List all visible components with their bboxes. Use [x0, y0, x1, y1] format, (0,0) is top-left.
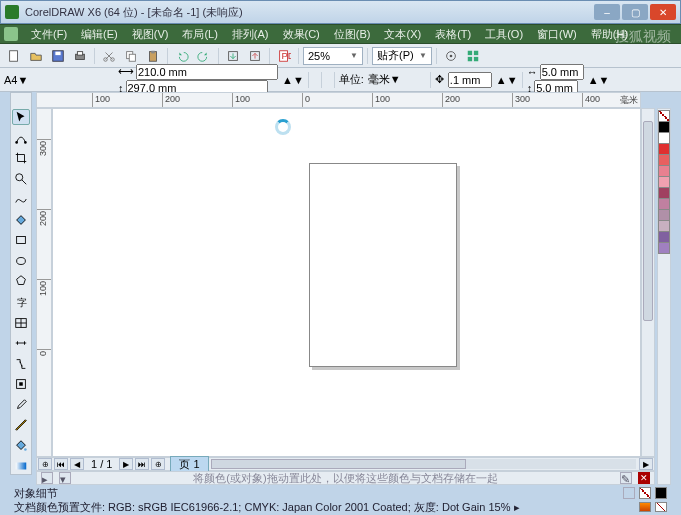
- snap-combo[interactable]: 贴齐(P)▼: [372, 47, 432, 65]
- menu-text[interactable]: 文本(X): [377, 27, 428, 42]
- page-width-input[interactable]: [136, 64, 278, 80]
- connector-tool[interactable]: [12, 356, 30, 372]
- nudge-input[interactable]: [448, 72, 492, 88]
- prev-page-button[interactable]: ◀: [70, 458, 84, 470]
- dimension-tool[interactable]: [12, 335, 30, 351]
- polygon-tool[interactable]: [12, 274, 30, 290]
- scrollbar-thumb[interactable]: [643, 121, 653, 321]
- zoom-tool[interactable]: [12, 171, 30, 187]
- app-icon: [5, 5, 19, 19]
- svg-rect-29: [17, 237, 26, 244]
- separator: [436, 48, 437, 64]
- redo-button[interactable]: [194, 47, 214, 65]
- window-controls: – ▢ ✕: [594, 4, 676, 20]
- menu-edit[interactable]: 编辑(E): [74, 27, 125, 42]
- save-button[interactable]: [48, 47, 68, 65]
- horizontal-scrollbar[interactable]: [211, 459, 636, 469]
- interactive-tool[interactable]: [12, 376, 30, 392]
- print-button[interactable]: [70, 47, 90, 65]
- svg-rect-0: [10, 50, 18, 61]
- menu-help[interactable]: 帮助(H): [584, 27, 635, 42]
- pick-tool[interactable]: [12, 109, 30, 125]
- freehand-tool[interactable]: [12, 192, 30, 208]
- separator: [522, 72, 523, 88]
- app-menu-icon[interactable]: [4, 27, 18, 41]
- interactive-fill-tool[interactable]: [12, 459, 30, 475]
- eyedropper-tool[interactable]: [12, 397, 30, 413]
- scroll-right-button[interactable]: ▶: [639, 458, 653, 470]
- smart-fill-tool[interactable]: [12, 212, 30, 228]
- copy-button[interactable]: [121, 47, 141, 65]
- rectangle-tool[interactable]: [12, 233, 30, 249]
- svg-point-28: [16, 174, 23, 181]
- ellipse-tool[interactable]: [12, 253, 30, 269]
- separator: [167, 48, 168, 64]
- swatch[interactable]: [658, 242, 670, 254]
- vertical-scrollbar[interactable]: [641, 108, 655, 457]
- eyedropper-icon[interactable]: ✎: [620, 472, 632, 484]
- menu-bitmap[interactable]: 位图(B): [327, 27, 378, 42]
- svg-rect-36: [16, 463, 27, 470]
- separator: [308, 72, 309, 88]
- svg-rect-20: [474, 56, 478, 60]
- cut-button[interactable]: [99, 47, 119, 65]
- close-button[interactable]: ✕: [650, 4, 676, 20]
- menu-table[interactable]: 表格(T): [428, 27, 478, 42]
- dims-spinner[interactable]: ▲▼: [282, 74, 304, 86]
- dup-spinner[interactable]: ▲▼: [588, 74, 610, 86]
- menu-layout[interactable]: 布局(L): [175, 27, 224, 42]
- fill-tool[interactable]: [12, 438, 30, 454]
- dup-x-input[interactable]: [540, 64, 584, 80]
- menu-file[interactable]: 文件(F): [24, 27, 74, 42]
- import-button[interactable]: [223, 47, 243, 65]
- menu-arrange[interactable]: 排列(A): [225, 27, 276, 42]
- toolbox: 字: [10, 92, 32, 475]
- minimize-button[interactable]: –: [594, 4, 620, 20]
- last-page-button[interactable]: ⏭: [135, 458, 149, 470]
- separator: [298, 48, 299, 64]
- svg-point-16: [450, 54, 453, 57]
- status-bar-1: 对象细节: [10, 486, 671, 500]
- swatch-none[interactable]: [658, 110, 670, 122]
- ruler-vertical[interactable]: 300 200 100 0: [36, 108, 52, 457]
- palette-options-button[interactable]: ▾: [59, 472, 71, 484]
- palette-flyout-button[interactable]: ▸: [41, 472, 53, 484]
- scrollbar-thumb[interactable]: [211, 459, 466, 469]
- menu-effects[interactable]: 效果(C): [276, 27, 327, 42]
- maximize-button[interactable]: ▢: [622, 4, 648, 20]
- units-combo[interactable]: 毫米▼: [368, 72, 426, 87]
- crop-tool[interactable]: [12, 151, 30, 167]
- options-button[interactable]: [441, 47, 461, 65]
- page-counter: 1 / 1: [85, 458, 118, 470]
- app-launcher-button[interactable]: [463, 47, 483, 65]
- menu-tools[interactable]: 工具(O): [478, 27, 530, 42]
- menu-view[interactable]: 视图(V): [125, 27, 176, 42]
- export-button[interactable]: [245, 47, 265, 65]
- undo-button[interactable]: [172, 47, 192, 65]
- width-icon: ⟷: [118, 65, 134, 78]
- palette-close-button[interactable]: ✕: [638, 472, 650, 484]
- new-button[interactable]: [4, 47, 24, 65]
- ruler-horizontal[interactable]: 100 200 100 0 100 200 300 400 毫米: [36, 92, 641, 108]
- color-profile-label: 文档颜色预置文件: RGB: sRGB IEC61966-2.1; CMYK: …: [14, 500, 510, 515]
- status-icon: [623, 487, 635, 499]
- zoom-combo[interactable]: 25%▼: [303, 47, 363, 65]
- menu-window[interactable]: 窗口(W): [530, 27, 584, 42]
- first-page-button[interactable]: ⏮: [54, 458, 68, 470]
- status-fill-swatch[interactable]: [639, 502, 651, 512]
- page-preset-combo[interactable]: A4▼: [4, 74, 114, 86]
- add-page-after-button[interactable]: ⊕: [151, 458, 165, 470]
- publish-pdf-button[interactable]: PDF: [274, 47, 294, 65]
- drawing-canvas[interactable]: [52, 108, 641, 457]
- next-page-button[interactable]: ▶: [119, 458, 133, 470]
- add-page-button[interactable]: ⊕: [38, 458, 52, 470]
- open-button[interactable]: [26, 47, 46, 65]
- nudge-spinner[interactable]: ▲▼: [496, 74, 518, 86]
- text-tool[interactable]: 字: [12, 294, 30, 310]
- expand-icon[interactable]: ▸: [514, 501, 520, 514]
- outline-tool[interactable]: [12, 417, 30, 433]
- paste-button[interactable]: [143, 47, 163, 65]
- shape-tool[interactable]: [12, 130, 30, 146]
- status-outline-swatch[interactable]: [655, 502, 667, 512]
- table-tool[interactable]: [12, 315, 30, 331]
